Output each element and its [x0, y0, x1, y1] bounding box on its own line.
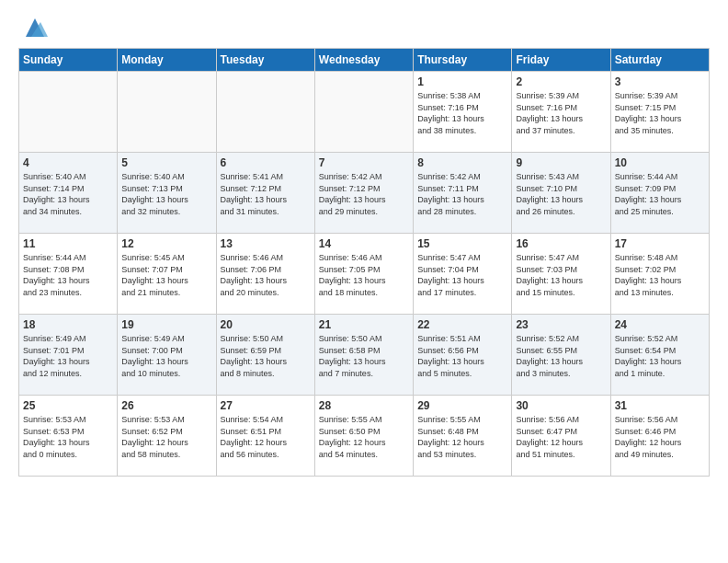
calendar-day-cell: 15Sunrise: 5:47 AM Sunset: 7:04 PM Dayli… [414, 234, 512, 315]
day-number: 28 [319, 399, 409, 412]
calendar-table: SundayMondayTuesdayWednesdayThursdayFrid… [18, 48, 710, 477]
day-info: Sunrise: 5:39 AM Sunset: 7:16 PM Dayligh… [516, 90, 606, 136]
day-info: Sunrise: 5:50 AM Sunset: 6:58 PM Dayligh… [319, 333, 409, 379]
calendar-day-cell: 3Sunrise: 5:39 AM Sunset: 7:15 PM Daylig… [610, 72, 709, 153]
day-number: 13 [221, 237, 311, 250]
weekday-header-sunday: Sunday [19, 49, 118, 72]
calendar-day-cell: 19Sunrise: 5:49 AM Sunset: 7:00 PM Dayli… [118, 315, 216, 396]
calendar-day-cell: 6Sunrise: 5:41 AM Sunset: 7:12 PM Daylig… [216, 153, 314, 234]
day-number: 24 [615, 318, 705, 331]
calendar-day-cell: 14Sunrise: 5:46 AM Sunset: 7:05 PM Dayli… [314, 234, 413, 315]
day-info: Sunrise: 5:42 AM Sunset: 7:11 PM Dayligh… [417, 171, 507, 217]
day-info: Sunrise: 5:47 AM Sunset: 7:04 PM Dayligh… [417, 252, 507, 298]
day-info: Sunrise: 5:40 AM Sunset: 7:14 PM Dayligh… [23, 171, 113, 217]
calendar-empty-cell [118, 72, 216, 153]
logo-icon [22, 15, 48, 40]
day-info: Sunrise: 5:48 AM Sunset: 7:02 PM Dayligh… [615, 252, 705, 298]
calendar-day-cell: 11Sunrise: 5:44 AM Sunset: 7:08 PM Dayli… [19, 234, 118, 315]
calendar-week-row: 11Sunrise: 5:44 AM Sunset: 7:08 PM Dayli… [19, 234, 710, 315]
day-number: 16 [516, 237, 606, 250]
calendar-week-row: 25Sunrise: 5:53 AM Sunset: 6:53 PM Dayli… [19, 396, 710, 477]
day-number: 12 [121, 237, 211, 250]
day-number: 21 [319, 318, 409, 331]
logo [18, 15, 48, 40]
day-number: 9 [516, 156, 606, 169]
weekday-header-tuesday: Tuesday [216, 49, 314, 72]
calendar-day-cell: 20Sunrise: 5:50 AM Sunset: 6:59 PM Dayli… [216, 315, 314, 396]
day-number: 19 [121, 318, 211, 331]
day-info: Sunrise: 5:53 AM Sunset: 6:53 PM Dayligh… [23, 414, 113, 460]
calendar-day-cell: 28Sunrise: 5:55 AM Sunset: 6:50 PM Dayli… [314, 396, 413, 477]
calendar-day-cell: 8Sunrise: 5:42 AM Sunset: 7:11 PM Daylig… [414, 153, 512, 234]
day-info: Sunrise: 5:43 AM Sunset: 7:10 PM Dayligh… [516, 171, 606, 217]
calendar-day-cell: 5Sunrise: 5:40 AM Sunset: 7:13 PM Daylig… [118, 153, 216, 234]
day-info: Sunrise: 5:46 AM Sunset: 7:06 PM Dayligh… [221, 252, 311, 298]
day-number: 29 [417, 399, 507, 412]
day-info: Sunrise: 5:53 AM Sunset: 6:52 PM Dayligh… [121, 414, 211, 460]
day-number: 25 [23, 399, 113, 412]
day-info: Sunrise: 5:44 AM Sunset: 7:09 PM Dayligh… [615, 171, 705, 217]
calendar-day-cell: 29Sunrise: 5:55 AM Sunset: 6:48 PM Dayli… [414, 396, 512, 477]
calendar-day-cell: 22Sunrise: 5:51 AM Sunset: 6:56 PM Dayli… [414, 315, 512, 396]
day-info: Sunrise: 5:49 AM Sunset: 7:00 PM Dayligh… [121, 333, 211, 379]
calendar-week-row: 4Sunrise: 5:40 AM Sunset: 7:14 PM Daylig… [19, 153, 710, 234]
weekday-header-monday: Monday [118, 49, 216, 72]
day-number: 7 [319, 156, 409, 169]
day-number: 20 [221, 318, 311, 331]
day-info: Sunrise: 5:55 AM Sunset: 6:48 PM Dayligh… [417, 414, 507, 460]
day-info: Sunrise: 5:41 AM Sunset: 7:12 PM Dayligh… [221, 171, 311, 217]
day-info: Sunrise: 5:42 AM Sunset: 7:12 PM Dayligh… [319, 171, 409, 217]
day-number: 14 [319, 237, 409, 250]
weekday-header-thursday: Thursday [414, 49, 512, 72]
day-info: Sunrise: 5:52 AM Sunset: 6:55 PM Dayligh… [516, 333, 606, 379]
day-info: Sunrise: 5:45 AM Sunset: 7:07 PM Dayligh… [121, 252, 211, 298]
calendar-day-cell: 16Sunrise: 5:47 AM Sunset: 7:03 PM Dayli… [512, 234, 610, 315]
weekday-header-friday: Friday [512, 49, 610, 72]
day-info: Sunrise: 5:52 AM Sunset: 6:54 PM Dayligh… [615, 333, 705, 379]
day-info: Sunrise: 5:49 AM Sunset: 7:01 PM Dayligh… [23, 333, 113, 379]
day-info: Sunrise: 5:47 AM Sunset: 7:03 PM Dayligh… [516, 252, 606, 298]
day-info: Sunrise: 5:56 AM Sunset: 6:46 PM Dayligh… [615, 414, 705, 460]
day-info: Sunrise: 5:50 AM Sunset: 6:59 PM Dayligh… [221, 333, 311, 379]
calendar-day-cell: 31Sunrise: 5:56 AM Sunset: 6:46 PM Dayli… [610, 396, 709, 477]
weekday-header-saturday: Saturday [610, 49, 709, 72]
calendar-day-cell: 10Sunrise: 5:44 AM Sunset: 7:09 PM Dayli… [610, 153, 709, 234]
calendar-day-cell: 30Sunrise: 5:56 AM Sunset: 6:47 PM Dayli… [512, 396, 610, 477]
day-number: 5 [121, 156, 211, 169]
calendar-day-cell: 26Sunrise: 5:53 AM Sunset: 6:52 PM Dayli… [118, 396, 216, 477]
day-number: 17 [615, 237, 705, 250]
calendar-day-cell: 27Sunrise: 5:54 AM Sunset: 6:51 PM Dayli… [216, 396, 314, 477]
day-info: Sunrise: 5:56 AM Sunset: 6:47 PM Dayligh… [516, 414, 606, 460]
calendar-day-cell: 1Sunrise: 5:38 AM Sunset: 7:16 PM Daylig… [414, 72, 512, 153]
day-number: 26 [121, 399, 211, 412]
calendar-day-cell: 7Sunrise: 5:42 AM Sunset: 7:12 PM Daylig… [314, 153, 413, 234]
day-number: 11 [23, 237, 113, 250]
day-number: 18 [23, 318, 113, 331]
day-number: 2 [516, 75, 606, 88]
calendar-empty-cell [314, 72, 413, 153]
calendar-week-row: 18Sunrise: 5:49 AM Sunset: 7:01 PM Dayli… [19, 315, 710, 396]
day-info: Sunrise: 5:44 AM Sunset: 7:08 PM Dayligh… [23, 252, 113, 298]
day-info: Sunrise: 5:55 AM Sunset: 6:50 PM Dayligh… [319, 414, 409, 460]
calendar-day-cell: 12Sunrise: 5:45 AM Sunset: 7:07 PM Dayli… [118, 234, 216, 315]
day-number: 8 [417, 156, 507, 169]
calendar-day-cell: 9Sunrise: 5:43 AM Sunset: 7:10 PM Daylig… [512, 153, 610, 234]
calendar-day-cell: 17Sunrise: 5:48 AM Sunset: 7:02 PM Dayli… [610, 234, 709, 315]
calendar-day-cell: 4Sunrise: 5:40 AM Sunset: 7:14 PM Daylig… [19, 153, 118, 234]
page-header [18, 15, 710, 40]
day-number: 4 [23, 156, 113, 169]
day-info: Sunrise: 5:38 AM Sunset: 7:16 PM Dayligh… [417, 90, 507, 136]
day-number: 3 [615, 75, 705, 88]
day-number: 1 [417, 75, 507, 88]
day-info: Sunrise: 5:39 AM Sunset: 7:15 PM Dayligh… [615, 90, 705, 136]
day-number: 31 [615, 399, 705, 412]
calendar-empty-cell [19, 72, 118, 153]
day-info: Sunrise: 5:51 AM Sunset: 6:56 PM Dayligh… [417, 333, 507, 379]
calendar-empty-cell [216, 72, 314, 153]
calendar-week-row: 1Sunrise: 5:38 AM Sunset: 7:16 PM Daylig… [19, 72, 710, 153]
weekday-header-row: SundayMondayTuesdayWednesdayThursdayFrid… [19, 49, 710, 72]
day-number: 23 [516, 318, 606, 331]
calendar-day-cell: 21Sunrise: 5:50 AM Sunset: 6:58 PM Dayli… [314, 315, 413, 396]
day-number: 27 [221, 399, 311, 412]
calendar-day-cell: 25Sunrise: 5:53 AM Sunset: 6:53 PM Dayli… [19, 396, 118, 477]
